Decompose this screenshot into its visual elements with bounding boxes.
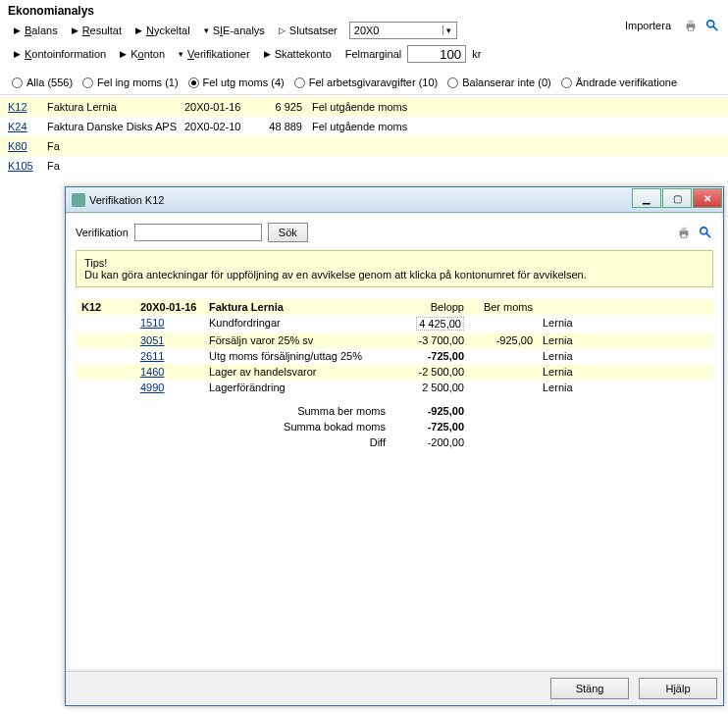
radio-fel-ing[interactable]: Fel ing moms (1) xyxy=(82,76,179,88)
row-id[interactable]: K12 xyxy=(8,101,47,113)
minimize-button[interactable]: ▁ xyxy=(632,188,661,208)
radio-icon xyxy=(447,77,458,88)
play-icon: ▶ xyxy=(120,49,127,59)
menu-resultat[interactable]: ▶Resultat xyxy=(66,23,128,38)
line-desc: Lagerförändring xyxy=(209,382,386,393)
line-belopp: 4 425,00 xyxy=(386,317,464,331)
dialog-titlebar[interactable]: Verifikation K12 ▁ ▢ ✕ xyxy=(66,187,723,213)
detail-header: K12 20X0-01-16 Faktura Lernia Belopp Ber… xyxy=(76,299,713,315)
list-row[interactable]: K80 Fa xyxy=(0,136,728,156)
svg-rect-7 xyxy=(681,234,686,238)
svg-rect-1 xyxy=(688,21,693,25)
radio-fel-utg[interactable]: Fel utg moms (4) xyxy=(188,76,285,88)
play-icon: ▶ xyxy=(14,26,21,35)
menu-importera[interactable]: Importera xyxy=(619,18,677,33)
row-id[interactable]: K105 xyxy=(8,160,47,172)
felmarginal-label: Felmarginal xyxy=(345,48,401,60)
period-dropdown[interactable]: 20X0▾ xyxy=(349,22,457,39)
account-link[interactable]: 3051 xyxy=(140,334,209,346)
maximize-button[interactable]: ▢ xyxy=(662,188,692,208)
row-date: 20X0-02-10 xyxy=(184,121,263,132)
close-dialog-button[interactable]: Stäng xyxy=(550,678,629,699)
hdr-date: 20X0-01-16 xyxy=(140,301,209,313)
radio-icon xyxy=(188,77,199,88)
radio-andrade[interactable]: Ändrade verifikatione xyxy=(561,76,677,88)
tips-box: Tips! Du kan göra anteckningar för uppfö… xyxy=(76,250,713,287)
sum-ber-val: -925,00 xyxy=(386,405,464,417)
print-icon[interactable] xyxy=(676,225,692,240)
sum-ber-row: Summa ber moms -925,00 xyxy=(76,403,713,419)
svg-line-4 xyxy=(713,26,717,30)
hdr-bermoms: Ber moms xyxy=(464,301,533,313)
filter-radios: Alla (556) Fel ing moms (1) Fel utg moms… xyxy=(0,71,728,95)
line-bermoms xyxy=(464,366,533,378)
print-icon[interactable] xyxy=(683,18,699,33)
menu-sie[interactable]: ▾SIE-analys xyxy=(198,23,271,38)
tips-label: Tips! xyxy=(84,257,704,269)
row-note: Fel utgående moms xyxy=(312,121,720,132)
svg-point-3 xyxy=(707,21,714,27)
row-id[interactable]: K24 xyxy=(8,121,47,132)
account-link[interactable]: 1460 xyxy=(140,366,209,378)
account-link[interactable]: 4990 xyxy=(140,382,209,393)
app-icon xyxy=(72,193,85,207)
felmarginal-input[interactable] xyxy=(407,45,466,63)
radio-icon xyxy=(294,77,305,88)
help-button[interactable]: Hjälp xyxy=(639,678,717,699)
line-party: Lernia xyxy=(533,382,592,393)
list-row[interactable]: K105 Fa xyxy=(0,156,728,176)
svg-rect-2 xyxy=(688,27,693,31)
hdr-belopp: Belopp xyxy=(386,301,464,313)
verification-list: K12 Faktura Lernia 20X0-01-16 6 925 Fel … xyxy=(0,95,728,176)
radio-fel-arb[interactable]: Fel arbetsgivaravgifter (10) xyxy=(294,76,438,88)
search-label: Verifikation xyxy=(76,227,129,238)
line-party: Lernia xyxy=(533,334,592,346)
sum-bok-val: -725,00 xyxy=(386,421,464,433)
line-belopp: -2 500,00 xyxy=(386,366,464,378)
search-icon[interactable] xyxy=(704,18,720,33)
line-bermoms xyxy=(464,317,533,331)
line-desc: Utg moms försäljning/uttag 25% xyxy=(209,350,386,362)
line-belopp: 2 500,00 xyxy=(386,382,464,393)
search-button[interactable]: Sök xyxy=(268,223,308,242)
hdr-id: K12 xyxy=(81,301,140,313)
row-amount: 48 889 xyxy=(263,121,312,132)
radio-icon xyxy=(12,77,23,88)
radio-icon xyxy=(561,77,572,88)
felmarginal-unit: kr xyxy=(472,48,481,60)
menu-balans[interactable]: ▶Balans xyxy=(8,23,64,38)
account-link[interactable]: 1510 xyxy=(140,317,209,331)
svg-line-9 xyxy=(706,233,710,237)
account-link[interactable]: 2611 xyxy=(140,350,209,362)
menu-konton[interactable]: ▶Konton xyxy=(114,46,171,62)
play-icon: ▶ xyxy=(72,26,78,35)
line-belopp: -725,00 xyxy=(386,350,464,362)
search-bar: Verifikation Sök xyxy=(74,221,715,244)
dropdown-icon: ▾ xyxy=(204,26,209,35)
play-icon: ▶ xyxy=(135,26,142,35)
play-icon: ▷ xyxy=(279,26,286,35)
menubar-2: ▶Kontoinformation ▶Konton ▾Verifikatione… xyxy=(0,43,728,65)
search-icon[interactable] xyxy=(698,225,713,240)
verification-dialog: Verifikation K12 ▁ ▢ ✕ Verifikation Sök … xyxy=(65,186,724,706)
menu-verifikationer[interactable]: ▾Verifikationer xyxy=(173,46,256,62)
line-desc: Kundfordringar xyxy=(209,317,386,331)
sum-diff-val: -200,00 xyxy=(386,436,464,448)
menu-skattekonto[interactable]: ▶Skattekonto xyxy=(258,46,338,62)
sum-diff-label: Diff xyxy=(81,436,386,448)
menu-nyckeltal[interactable]: ▶Nyckeltal xyxy=(130,23,196,38)
sum-bok-label: Summa bokad moms xyxy=(81,421,386,433)
menu-kontoinfo[interactable]: ▶Kontoinformation xyxy=(8,46,112,62)
detail-row: 4990Lagerförändring2 500,00Lernia xyxy=(76,380,713,395)
row-amount: 6 925 xyxy=(263,101,312,113)
line-desc: Försäljn varor 25% sv xyxy=(209,334,386,346)
list-row[interactable]: K24 Faktura Danske Disks APS 20X0-02-10 … xyxy=(0,117,728,136)
radio-alla[interactable]: Alla (556) xyxy=(12,76,73,88)
menu-slutsatser[interactable]: ▷Slutsatser xyxy=(273,23,343,38)
list-row[interactable]: K12 Faktura Lernia 20X0-01-16 6 925 Fel … xyxy=(0,97,728,117)
svg-point-8 xyxy=(701,228,707,234)
search-input[interactable] xyxy=(134,224,262,241)
row-id[interactable]: K80 xyxy=(8,140,47,152)
radio-balanserar[interactable]: Balanserar inte (0) xyxy=(447,76,551,88)
close-button[interactable]: ✕ xyxy=(693,188,722,208)
